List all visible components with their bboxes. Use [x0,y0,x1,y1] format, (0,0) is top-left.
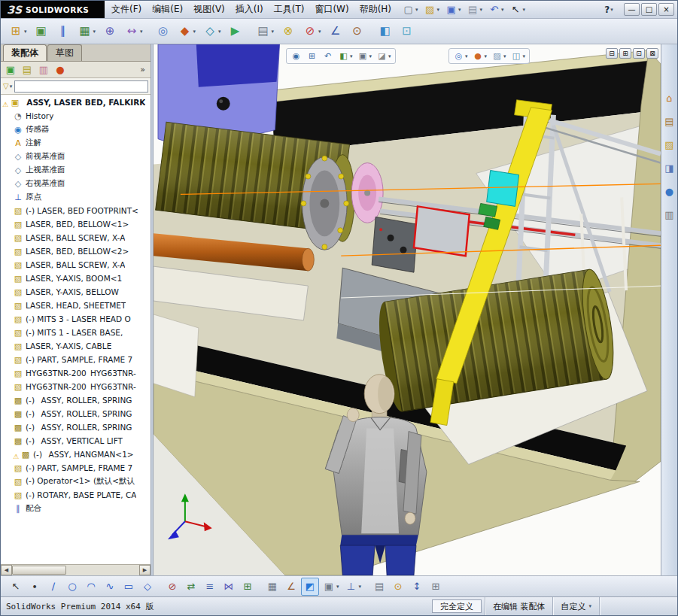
scroll-track[interactable] [12,565,139,575]
close-button[interactable]: × [658,3,674,16]
view-settings-icon[interactable]: ◫ [509,50,528,62]
scroll-right-button[interactable]: ▶ [139,565,150,575]
tree-item[interactable]: ◇ 前视基准面 [1,150,150,163]
bill-of-materials-icon[interactable]: ▤ [253,22,278,41]
point-icon[interactable]: ∙ [26,578,44,596]
display-style-icon[interactable]: ◪ [375,50,393,62]
hide-show-items-icon[interactable]: ◎ [451,50,470,62]
tree-item[interactable]: ▧ HYG63TNR-200_HYG63TNR- [1,380,150,393]
display-grid-icon[interactable]: ▦ [263,578,281,596]
tree-item[interactable]: ◉ 传感器 [1,123,150,136]
tree-item[interactable]: ▣ _ASSY, LASER BED, FALKIRK [1,96,150,109]
mirror-entities-icon[interactable]: ⋈ [220,578,238,596]
edit-component-icon[interactable]: ▣ [31,22,52,41]
minimize-button[interactable]: — [624,3,640,16]
circle-icon[interactable]: ○ [63,578,81,596]
featuremanager-tab-icon[interactable]: ▣ [3,63,18,77]
tree-item[interactable]: ⊥ 原点 [1,190,150,204]
menu-item[interactable]: 文件(F) [106,1,147,18]
tree-item[interactable]: ▧ LASER, HEAD, SHEETMET [1,299,150,312]
viewport-canvas[interactable] [154,44,661,575]
arc-icon[interactable]: ◠ [82,578,100,596]
print-icon[interactable]: ▤ [464,2,485,17]
appearances-scenes-icon[interactable]: ● [663,184,676,198]
tree-item[interactable]: ◔ History [1,109,150,123]
graphics-area[interactable]: ◉ ⊞ ↶ ◧ ▣ ◪ ◎ ● ▨ [154,44,661,575]
reference-geometry-icon[interactable]: ◇ [199,22,224,41]
tree-item[interactable]: ▧ (-) MITS 3 - LASER HEAD O [1,312,150,326]
open-icon[interactable]: ▨ [421,2,442,17]
tree-item[interactable]: A 注解 [1,136,150,150]
tree-item[interactable]: ▧ (-) PART, SAMPLE, FRAME 7 [1,461,150,475]
zoom-area-icon[interactable]: ⊞ [305,50,319,62]
tree-item[interactable]: ▧ (-) ROTARY, BASE PLATE, CA [1,488,150,502]
new-motion-study-icon[interactable]: ▶ [225,22,246,41]
exploded-view-icon[interactable]: ⊗ [278,22,299,41]
menu-item[interactable]: 窗口(W) [309,1,354,18]
trim-entities-icon[interactable]: ⊘ [163,578,181,596]
edit-sketch-icon[interactable]: ◩ [301,578,319,596]
solidworks-resources-icon[interactable]: ⌂ [663,91,676,105]
show-hidden-components-icon[interactable]: ◎ [153,22,174,41]
zoom-fit-icon[interactable]: ◉ [289,50,303,62]
tree-item[interactable]: ▧ LASER, Y-AXIS, CABLE [1,339,150,353]
view-orientation-icon[interactable]: ▣ [356,50,374,62]
balloon-icon[interactable]: ⊙ [389,578,407,596]
tree-item[interactable]: ▧ (-) PART, SAMPLE, FRAME 7 [1,353,150,366]
tree-item[interactable]: ▧ (-) Operator<1> (默认<默认 [1,475,150,488]
menu-item[interactable]: 插入(I) [230,1,269,18]
tree-item[interactable]: ▧ LASER, BED, BELLOW<1> [1,217,150,231]
doc-minimize-button[interactable]: ⊟ [606,48,618,59]
general-table-icon[interactable]: ⊞ [427,578,445,596]
tree-item[interactable]: ▧ (-) MITS 1 - LASER BASE, [1,326,150,339]
panel-tab[interactable]: 草图 [47,44,82,61]
mate-icon[interactable]: ∥ [53,22,74,41]
tree-item[interactable]: ◇ 右视基准面 [1,177,150,190]
tree-item[interactable]: ▧ LASER, Y-AXIS, BOOM<1 [1,272,150,285]
screen-capture-icon[interactable]: ⊡ [397,22,418,41]
move-entities-icon[interactable]: ↕ [408,578,426,596]
tree-item[interactable]: ▧ LASER, Y-AXIS, BELLOW [1,285,150,299]
tree-item[interactable]: ▧ HYG63TNR-200_HYG63TNR- [1,366,150,380]
apply-scene-icon[interactable]: ▨ [490,50,508,62]
tree-item[interactable]: ▩ (-) _ASSY, VERTICAL LIFT [1,434,150,448]
help-button[interactable]: ? [601,3,616,17]
mass-properties-icon[interactable]: ⊙ [347,22,368,41]
tree-item[interactable]: ∥ 配合 [1,502,150,515]
tree-item[interactable]: ▧ LASER, BED, BELLOW<2> [1,244,150,258]
view-cube-icon[interactable]: ▣ [320,578,342,596]
propertymanager-tab-icon[interactable]: ▤ [20,63,35,77]
menu-item[interactable]: 编辑(E) [147,1,188,18]
status-custom-toolbar[interactable]: 自定义 [552,597,599,615]
scroll-left-button[interactable]: ◀ [1,565,12,575]
menu-item[interactable]: 工具(T) [269,1,310,18]
menu-item[interactable]: 帮助(H) [354,1,397,18]
smart-fasteners-icon[interactable]: ⊕ [99,22,120,41]
interference-detection-icon[interactable]: ⊘ [299,22,324,41]
design-library-icon[interactable]: ▤ [663,114,676,128]
manager-overflow-button[interactable]: » [137,65,148,74]
view-palette-icon[interactable]: ◨ [663,161,676,174]
spline-icon[interactable]: ∿ [101,578,119,596]
tree-item[interactable]: ◇ 上视基准面 [1,163,150,177]
doc-restore-button[interactable]: ⊡ [633,48,645,59]
insert-components-icon[interactable]: ⊞ [5,22,30,41]
save-icon[interactable]: ▣ [442,2,464,17]
filter-funnel-icon[interactable]: ▽ [3,82,12,90]
menu-item[interactable]: 视图(V) [188,1,230,18]
undo-icon[interactable]: ↶ [485,2,506,17]
dimxpertmanager-tab-icon[interactable]: ● [53,63,68,77]
maximize-button[interactable]: □ [641,3,657,16]
linear-component-pattern-icon[interactable]: ▦ [74,22,99,41]
tree-item[interactable]: ▩ (-) _ASSY, ROLLER, SPRING [1,407,150,420]
linear-sketch-pattern-icon[interactable]: ⊞ [239,578,257,596]
polygon-icon[interactable]: ◇ [138,578,157,596]
convert-entities-icon[interactable]: ⇄ [182,578,200,596]
tree-filter-input[interactable] [14,80,148,93]
custom-properties-icon[interactable]: ▥ [663,208,676,221]
tree-item[interactable]: ▩ (-) _ASSY, ROLLER, SPRING [1,393,150,407]
panel-tab[interactable]: 装配体 [3,44,47,61]
line-icon[interactable]: ∕ [44,578,62,596]
configurationmanager-tab-icon[interactable]: ▥ [36,63,51,77]
angle-snap-icon[interactable]: ∠ [282,578,300,596]
